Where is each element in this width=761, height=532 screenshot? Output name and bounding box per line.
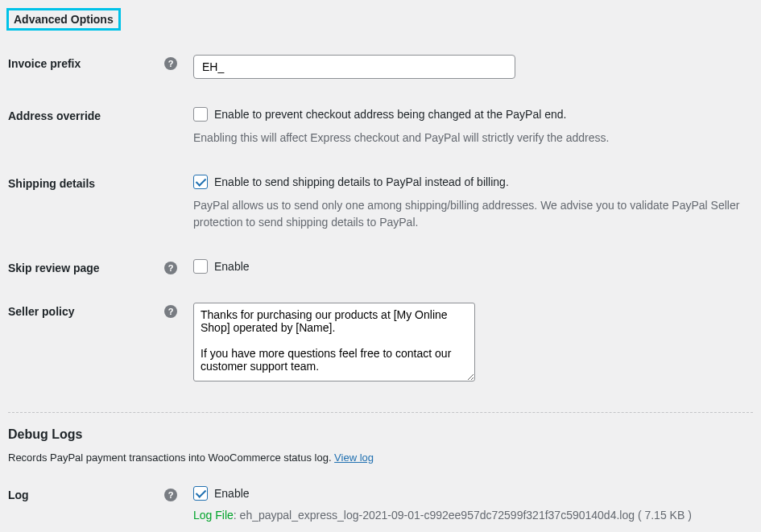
label-address-override: Address override	[8, 109, 101, 122]
help-icon[interactable]: ?	[164, 305, 177, 318]
section-title-advanced: Advanced Options	[6, 8, 121, 31]
row-shipping-details: Shipping details Enable to send shipping…	[8, 175, 753, 231]
seller-policy-textarea[interactable]: Thanks for purchasing our products at [M…	[193, 303, 475, 381]
shipping-details-checkbox-label: Enable to send shipping details to PayPa…	[214, 175, 509, 188]
label-invoice-prefix: Invoice prefix	[8, 57, 81, 70]
address-override-checkbox[interactable]	[193, 107, 208, 122]
debug-logs-heading: Debug Logs	[8, 427, 753, 442]
invoice-prefix-input[interactable]	[193, 55, 515, 79]
log-checkbox-wrap[interactable]: Enable	[193, 486, 753, 501]
help-icon[interactable]: ?	[164, 57, 177, 70]
row-log: Log ? Enable Log File: eh_paypal_express…	[8, 486, 753, 522]
skip-review-checkbox-wrap[interactable]: Enable	[193, 259, 753, 274]
debug-logs-description: Records PayPal payment transactions into…	[8, 452, 753, 464]
shipping-details-checkbox-wrap[interactable]: Enable to send shipping details to PayPa…	[193, 175, 753, 189]
shipping-details-checkbox[interactable]	[193, 175, 208, 189]
skip-review-checkbox[interactable]	[193, 259, 208, 274]
row-skip-review: Skip review page ? Enable	[8, 259, 753, 274]
divider	[8, 412, 753, 413]
skip-review-checkbox-label: Enable	[214, 260, 250, 273]
label-seller-policy: Seller policy	[8, 305, 74, 318]
log-file-label: Log File	[193, 509, 234, 522]
address-override-checkbox-label: Enable to prevent checkout address being…	[214, 108, 566, 121]
label-skip-review: Skip review page	[8, 262, 100, 274]
address-override-description: Enabling this will affect Express checko…	[193, 130, 753, 146]
help-icon[interactable]: ?	[164, 489, 177, 501]
shipping-details-description: PayPal allows us to send only one among …	[193, 197, 753, 231]
row-address-override: Address override Enable to prevent check…	[8, 107, 753, 146]
log-checkbox-label: Enable	[214, 487, 250, 500]
row-seller-policy: Seller policy ? Thanks for purchasing ou…	[8, 303, 753, 384]
log-file-name: : eh_paypal_express_log-2021-09-01-c992e…	[234, 509, 692, 522]
row-invoice-prefix: Invoice prefix ?	[8, 55, 753, 79]
help-icon[interactable]: ?	[164, 262, 177, 274]
label-log: Log	[8, 489, 29, 501]
label-shipping-details: Shipping details	[8, 177, 95, 190]
log-file-line: Log File: eh_paypal_express_log-2021-09-…	[193, 509, 753, 522]
view-log-link[interactable]: View log	[334, 452, 374, 464]
log-checkbox[interactable]	[193, 486, 208, 501]
address-override-checkbox-wrap[interactable]: Enable to prevent checkout address being…	[193, 107, 753, 122]
